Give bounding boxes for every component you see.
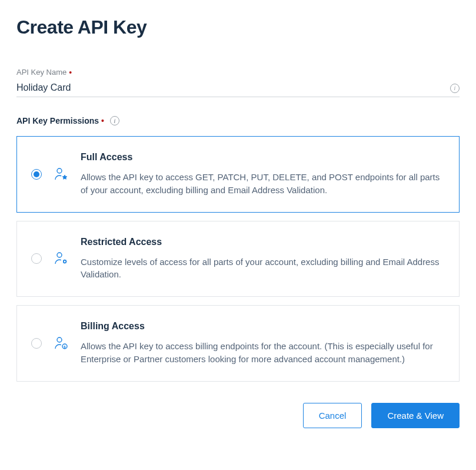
api-key-name-label-text: API Key Name bbox=[16, 68, 66, 77]
option-title: Billing Access bbox=[81, 321, 445, 332]
permission-option-billing-access[interactable]: $ Billing Access Allows the API key to a… bbox=[16, 305, 460, 382]
page-title: Create API Key bbox=[16, 16, 460, 38]
option-title: Full Access bbox=[81, 152, 445, 163]
permission-option-restricted-access[interactable]: Restricted Access Customize levels of ac… bbox=[16, 221, 460, 297]
radio-full-access[interactable] bbox=[31, 169, 42, 180]
api-key-name-input-wrapper: i bbox=[16, 79, 460, 97]
permissions-label-text: API Key Permissions bbox=[16, 116, 99, 125]
user-gear-icon bbox=[54, 251, 69, 266]
svg-point-1 bbox=[57, 253, 62, 257]
option-title: Restricted Access bbox=[81, 237, 445, 247]
permissions-section-label: API Key Permissions• i bbox=[16, 116, 460, 125]
info-icon[interactable]: i bbox=[110, 116, 119, 125]
info-icon[interactable]: i bbox=[450, 84, 460, 93]
radio-billing-access[interactable] bbox=[31, 338, 42, 349]
create-view-button[interactable]: Create & View bbox=[371, 403, 460, 428]
api-key-name-label: API Key Name • bbox=[16, 68, 460, 77]
api-key-name-input[interactable] bbox=[16, 79, 460, 97]
option-description: Allows the API key to access billing end… bbox=[81, 340, 445, 366]
required-indicator-icon: • bbox=[69, 68, 72, 77]
svg-point-3 bbox=[57, 337, 62, 342]
option-text-restricted-access: Restricted Access Customize levels of ac… bbox=[81, 237, 445, 282]
option-description: Customize levels of access for all parts… bbox=[81, 256, 445, 282]
user-star-icon bbox=[54, 167, 69, 182]
svg-point-0 bbox=[57, 168, 62, 173]
action-buttons: Cancel Create & View bbox=[16, 403, 460, 428]
user-dollar-icon: $ bbox=[54, 336, 69, 351]
api-key-name-field: API Key Name • i bbox=[16, 68, 460, 97]
option-text-billing-access: Billing Access Allows the API key to acc… bbox=[81, 321, 445, 366]
cancel-button[interactable]: Cancel bbox=[303, 403, 362, 428]
permissions-options: Full Access Allows the API key to access… bbox=[16, 136, 460, 382]
option-description: Allows the API key to access GET, PATCH,… bbox=[81, 171, 445, 197]
required-indicator-icon: • bbox=[101, 117, 104, 125]
option-text-full-access: Full Access Allows the API key to access… bbox=[81, 152, 445, 197]
radio-restricted-access[interactable] bbox=[31, 253, 42, 264]
permission-option-full-access[interactable]: Full Access Allows the API key to access… bbox=[16, 136, 460, 213]
